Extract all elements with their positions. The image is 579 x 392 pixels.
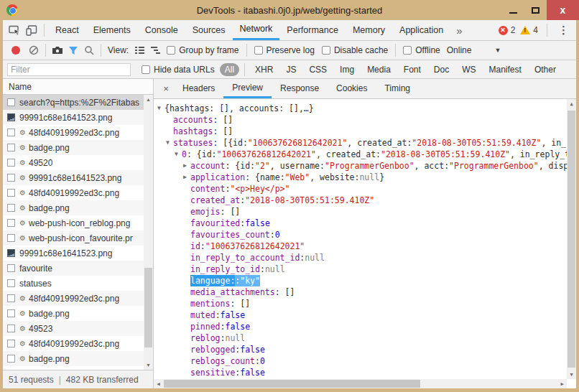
checkbox-icon[interactable] [142, 65, 150, 74]
maximize-button[interactable] [524, 0, 547, 20]
collapse-arrow-icon[interactable]: ▼ [166, 137, 173, 149]
request-name: badge.png [29, 143, 70, 153]
json-line: in_reply_to_id: null [154, 263, 566, 275]
filter-pill-img[interactable]: Img [335, 63, 359, 76]
filter-funnel-icon[interactable] [65, 43, 81, 57]
checkbox-icon[interactable] [254, 46, 263, 55]
request-row[interactable]: ⚙48fd40919992ed3c.png [3, 291, 144, 306]
request-row[interactable]: search?q=https:%2F%2Fitabas [3, 95, 144, 110]
menu-dots-icon[interactable]: ⋮ [554, 24, 573, 37]
request-row[interactable]: ⚙web-push-icon_favourite.pr [3, 230, 144, 246]
filter-input[interactable] [7, 63, 131, 76]
tab-application[interactable]: Application [392, 20, 450, 40]
minimize-button[interactable] [502, 0, 524, 20]
collapse-arrow-icon[interactable]: ▼ [175, 149, 182, 160]
tab-network[interactable]: Network [233, 20, 280, 40]
close-button[interactable]: x [547, 0, 579, 20]
request-row[interactable]: 99991c68e1641523.png [3, 110, 144, 125]
group-by-frame-checkbox[interactable]: Group by frame [167, 45, 238, 55]
view-waterfall-icon[interactable] [147, 43, 163, 57]
warning-icon[interactable] [520, 26, 530, 34]
detail-tab-timing[interactable]: Timing [376, 79, 419, 98]
filter-pill-font[interactable]: Font [399, 63, 426, 76]
filter-pill-css[interactable]: CSS [304, 63, 332, 76]
preview-vscrollbar[interactable]: ▲ ▼ [567, 99, 576, 379]
tab-performance[interactable]: Performance [279, 20, 346, 40]
detail-tab-response[interactable]: Response [272, 79, 328, 98]
request-row[interactable]: ⚙badge.png [3, 351, 144, 366]
device-toolbar-icon[interactable] [23, 22, 40, 38]
detail-tab-headers[interactable]: Headers [174, 79, 223, 98]
view-list-icon[interactable] [131, 43, 147, 57]
scrollbar-thumb[interactable] [144, 268, 152, 347]
json-line[interactable]: ▼statuses: [{id: "100637626812642021", c… [154, 137, 566, 149]
request-row[interactable]: ⚙48fd40919992ed3c.png [3, 336, 144, 351]
more-tabs-icon[interactable]: » [450, 24, 468, 37]
expand-arrow-icon[interactable]: ▶ [183, 172, 190, 183]
filter-pill-xhr[interactable]: XHR [250, 63, 278, 76]
json-line[interactable]: ▶application: {name: "Web", website: nul… [154, 172, 566, 183]
detail-tab-cookies[interactable]: Cookies [328, 79, 376, 98]
tab-memory[interactable]: Memory [346, 20, 392, 40]
checkbox-icon[interactable] [322, 46, 330, 55]
scrollbar-thumb[interactable] [164, 380, 420, 388]
json-token-key: id [190, 241, 200, 252]
tab-react[interactable]: React [48, 20, 86, 40]
json-line[interactable]: ▼0: {id: "100637626812642021", created_a… [154, 149, 566, 160]
tab-console[interactable]: Console [138, 20, 185, 40]
request-row[interactable]: ⚙48fd40919992ed3c.png [3, 185, 144, 200]
request-row[interactable]: statuses [3, 276, 144, 291]
hide-data-urls-checkbox[interactable]: Hide data URLs [142, 65, 215, 75]
devtools-tab-bar: ReactElementsConsoleSourcesNetworkPerfor… [3, 20, 576, 41]
request-row[interactable]: ⚙99991c68e1641523.png [3, 170, 144, 185]
scroll-down-icon[interactable]: ▼ [144, 360, 153, 370]
requests-scrollbar[interactable]: ▲ ▼ [144, 95, 153, 370]
request-row[interactable]: ⚙49523 [3, 321, 144, 336]
checkbox-icon[interactable] [167, 46, 175, 55]
request-row[interactable]: ⚙badge.png [3, 306, 144, 321]
disable-cache-checkbox[interactable]: Disable cache [322, 45, 388, 55]
request-row[interactable]: ⚙49520 [3, 155, 144, 170]
error-icon[interactable]: ✕ [499, 26, 508, 35]
collapse-arrow-icon[interactable]: ▼ [157, 103, 165, 114]
throttling-select[interactable]: Online [447, 45, 472, 55]
filter-pill-media[interactable]: Media [362, 63, 396, 76]
request-row[interactable]: ⚙48fd40919992ed3c.png [3, 125, 144, 140]
scroll-up-icon[interactable]: ▲ [144, 95, 153, 104]
scroll-up-icon[interactable]: ▲ [567, 99, 576, 108]
request-row[interactable]: ⚙web-push-icon_reblog.png [3, 215, 144, 230]
inspect-element-icon[interactable] [6, 22, 23, 38]
filter-pill-doc[interactable]: Doc [429, 63, 454, 76]
tab-elements[interactable]: Elements [86, 20, 138, 40]
json-token-plain: : {name: [245, 172, 284, 183]
name-column-header[interactable]: Name [3, 79, 153, 95]
filter-pill-ws[interactable]: WS [457, 63, 481, 76]
request-row[interactable]: ⚙badge.png [3, 200, 144, 215]
preview-hscrollbar[interactable]: ◀ ▶ [154, 379, 567, 388]
scroll-left-icon[interactable]: ◀ [154, 379, 163, 388]
filter-pill-js[interactable]: JS [281, 63, 301, 76]
offline-checkbox[interactable]: Offline [403, 45, 440, 55]
tab-sources[interactable]: Sources [185, 20, 233, 40]
search-icon[interactable] [81, 43, 97, 57]
scroll-down-icon[interactable]: ▼ [567, 370, 576, 379]
scroll-right-icon[interactable]: ▶ [557, 379, 567, 388]
filter-pill-other[interactable]: Other [529, 63, 561, 76]
chevron-down-icon[interactable]: ▼ [494, 47, 501, 54]
screenshot-camera-icon[interactable] [50, 43, 65, 57]
scrollbar-thumb[interactable] [568, 111, 575, 368]
request-row[interactable]: ⚙badge.png [3, 140, 144, 155]
request-row[interactable]: favourite [3, 261, 144, 276]
filter-pill-all[interactable]: All [220, 63, 239, 76]
close-detail-icon[interactable]: × [158, 83, 174, 94]
filter-pill-manifest[interactable]: Manifest [484, 63, 527, 76]
detail-tab-preview[interactable]: Preview [223, 79, 272, 98]
preserve-log-checkbox[interactable]: Preserve log [254, 45, 315, 55]
request-row[interactable]: 99991c68e1641523.png [3, 246, 144, 261]
checkbox-icon[interactable] [403, 46, 412, 55]
record-icon[interactable] [11, 46, 20, 55]
json-line[interactable]: ▶account: {id: "2", username: "Programme… [154, 160, 566, 172]
expand-arrow-icon[interactable]: ▶ [183, 160, 190, 172]
json-line[interactable]: ▼{hashtags: [], accounts: [],…} [154, 103, 566, 114]
clear-icon[interactable] [26, 43, 42, 57]
